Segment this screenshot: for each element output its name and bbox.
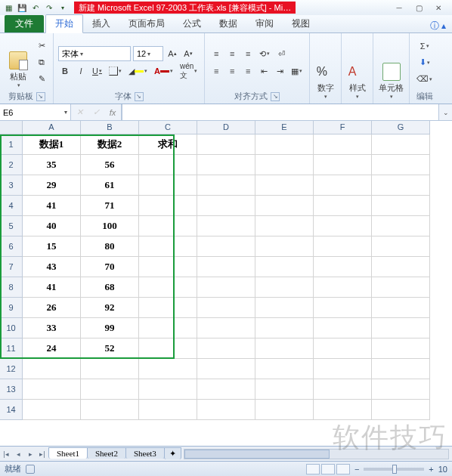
dialog-launcher-icon[interactable]: ↘ [36,92,45,101]
name-box[interactable]: E6▾ [0,104,71,120]
close-button[interactable]: ✕ [432,4,444,12]
cell[interactable] [255,236,314,257]
column-header[interactable]: G [372,121,430,134]
cell[interactable] [197,216,255,236]
cell[interactable] [255,257,314,277]
cell[interactable] [314,359,372,379]
cell[interactable] [372,257,430,277]
cell[interactable] [255,298,314,318]
underline-button[interactable]: U▾ [90,63,104,79]
undo-icon[interactable]: ↶ [30,2,41,13]
tab-layout[interactable]: 页面布局 [119,15,174,32]
row-header[interactable]: 5 [0,216,23,236]
cell[interactable] [314,175,372,196]
last-sheet-button[interactable]: ▸| [36,450,48,458]
tab-data[interactable]: 数据 [210,15,246,32]
ribbon-help-icon[interactable]: ⓘ ▴ [424,20,452,32]
font-size-combo[interactable]: 12▾ [133,46,163,61]
cell[interactable] [314,134,372,155]
cell[interactable] [372,155,430,175]
indent-inc-button[interactable]: ⇥ [273,63,286,79]
zoom-out-button[interactable]: − [351,465,362,474]
indent-dec-button[interactable]: ⇤ [257,63,271,79]
cell[interactable]: 99 [81,318,139,338]
align-bottom-button[interactable]: ≡ [241,46,255,61]
cell[interactable] [197,318,255,338]
cell[interactable] [139,318,197,338]
maximize-button[interactable]: ▢ [413,4,425,12]
cell[interactable]: 29 [23,175,81,196]
cell[interactable]: 41 [23,196,81,216]
fill-button[interactable]: ⬇▾ [414,55,435,70]
cancel-formula-button[interactable]: ✕ [71,107,88,117]
row-header[interactable]: 10 [0,318,23,338]
cell[interactable] [255,155,314,175]
zoom-slider-knob[interactable] [392,465,397,474]
cells-area[interactable]: 数据1数据2求和35562961417140100158043704168269… [23,134,430,420]
row-header[interactable]: 2 [0,155,23,175]
format-painter-button[interactable]: ✎ [35,72,48,87]
align-center-button[interactable]: ≡ [225,63,239,79]
row-header[interactable]: 14 [0,400,23,420]
align-middle-button[interactable]: ≡ [225,46,239,61]
cell[interactable] [81,359,139,379]
cell[interactable]: 15 [23,236,81,257]
paste-button[interactable]: 粘贴 ▾ [5,35,32,90]
page-break-view-button[interactable] [336,464,350,474]
cell[interactable] [372,134,430,155]
italic-button[interactable]: I [74,63,88,79]
cell[interactable] [255,318,314,338]
minimize-button[interactable]: ─ [393,4,405,12]
cell[interactable] [139,298,197,318]
bold-button[interactable]: B [58,63,72,79]
copy-button[interactable]: ⧉ [35,55,48,70]
cell[interactable] [197,175,255,196]
next-sheet-button[interactable]: ▸ [24,450,36,458]
cell[interactable] [255,196,314,216]
first-sheet-button[interactable]: |◂ [0,450,12,458]
cell[interactable] [81,379,139,400]
cell[interactable] [314,277,372,298]
cell[interactable] [372,400,430,420]
column-header[interactable]: F [314,121,372,134]
cell[interactable] [197,379,255,400]
cell[interactable]: 24 [23,338,81,359]
row-header[interactable]: 4 [0,196,23,216]
cell[interactable] [139,196,197,216]
cell[interactable]: 数据2 [81,134,139,155]
row-header[interactable]: 8 [0,277,23,298]
cell[interactable] [197,236,255,257]
zoom-in-button[interactable]: + [426,465,436,474]
row-header[interactable]: 3 [0,175,23,196]
autosum-button[interactable]: Σ▾ [414,39,435,54]
phonetic-button[interactable]: wén文▾ [178,63,200,79]
cell[interactable]: 56 [81,155,139,175]
merge-button[interactable]: ▦▾ [289,63,305,79]
qat-dropdown-icon[interactable]: ▾ [57,2,68,13]
cell[interactable] [197,196,255,216]
cell[interactable] [23,359,81,379]
fx-button[interactable]: fx [104,108,121,117]
column-header[interactable]: E [255,121,314,134]
cell[interactable] [139,175,197,196]
row-header[interactable]: 11 [0,338,23,359]
cell[interactable] [255,134,314,155]
sheet-tab-1[interactable]: Sheet1 [48,447,88,459]
cell[interactable] [314,216,372,236]
cell[interactable] [139,359,197,379]
cell[interactable]: 71 [81,196,139,216]
row-header[interactable]: 7 [0,257,23,277]
cell[interactable] [139,277,197,298]
formula-input[interactable] [122,104,438,120]
cell[interactable] [139,338,197,359]
row-header[interactable]: 12 [0,359,23,379]
cell[interactable] [372,216,430,236]
cell[interactable] [255,277,314,298]
shrink-font-button[interactable]: A▾ [181,46,195,61]
cell[interactable] [372,236,430,257]
sheet-tab-3[interactable]: Sheet3 [125,447,165,459]
expand-formula-bar-button[interactable]: ⌄ [438,104,452,120]
row-header[interactable]: 9 [0,298,23,318]
tab-view[interactable]: 视图 [283,15,319,32]
dialog-launcher-icon[interactable]: ↘ [271,92,280,101]
